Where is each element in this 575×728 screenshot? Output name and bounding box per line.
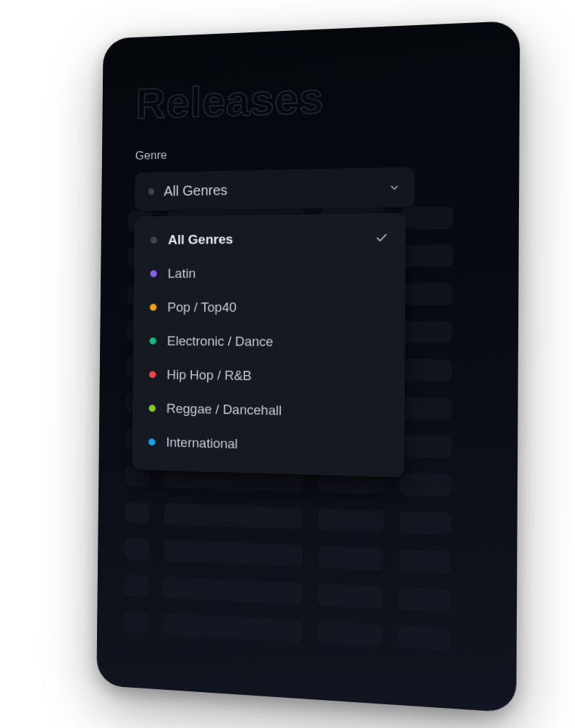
genre-option-label: Hip Hop / R&B	[167, 367, 252, 384]
genre-color-dot-icon	[149, 371, 155, 378]
genre-option[interactable]: All Genres	[134, 221, 406, 257]
genre-option-label: Reggae / Dancehall	[166, 401, 282, 419]
genre-option[interactable]: Electronic / Dance	[133, 324, 405, 361]
genre-option-label: Electronic / Dance	[167, 333, 273, 350]
check-icon	[375, 231, 388, 244]
genre-option-label: Pop / Top40	[167, 300, 236, 315]
page-title: Releases	[136, 66, 482, 128]
genre-option[interactable]: Latin	[134, 255, 405, 290]
genre-color-dot-icon	[149, 405, 155, 412]
genre-option-label: International	[166, 435, 238, 452]
genre-select-dot-icon	[148, 188, 155, 195]
genre-color-dot-icon	[150, 304, 156, 311]
genre-color-dot-icon	[150, 338, 156, 345]
genre-filter-label: Genre	[135, 141, 482, 163]
genre-option[interactable]: International	[132, 425, 405, 466]
genre-select-value: All Genres	[164, 182, 228, 199]
genre-option[interactable]: Pop / Top40	[134, 290, 405, 326]
genre-option-label: Latin	[167, 266, 196, 282]
genre-option[interactable]: Hip Hop / R&B	[133, 358, 405, 396]
genre-color-dot-icon	[150, 270, 157, 277]
genre-select[interactable]: All Genres	[134, 167, 415, 211]
genre-option-label: All Genres	[168, 231, 234, 247]
genre-color-dot-icon	[149, 438, 155, 446]
genre-color-dot-icon	[150, 236, 157, 244]
genre-dropdown-menu[interactable]: All GenresLatinPop / Top40Electronic / D…	[132, 213, 406, 477]
releases-panel: Releases Genre All Genres All GenresLati…	[96, 21, 520, 713]
chevron-down-icon	[389, 181, 400, 193]
genre-option[interactable]: Reggae / Dancehall	[132, 391, 405, 430]
